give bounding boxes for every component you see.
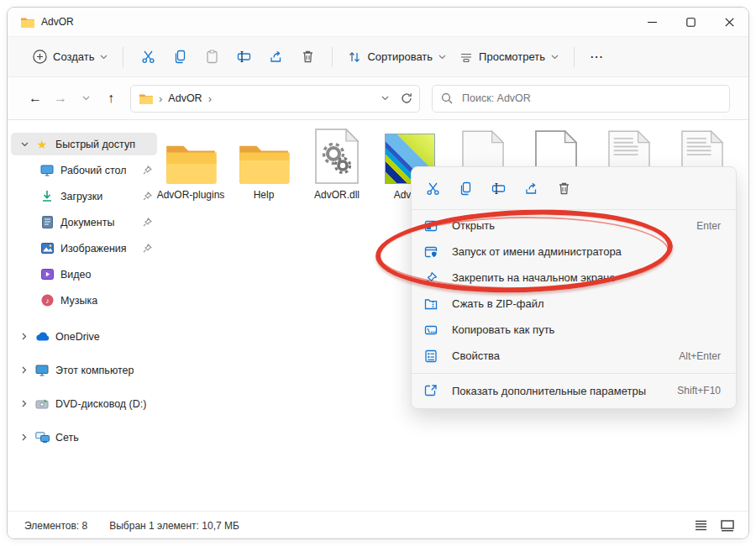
- sidebar-item-label: Музыка: [60, 295, 97, 307]
- sidebar-item-documents[interactable]: Документы: [11, 211, 157, 234]
- menu-item-label: Показать дополнительные параметры: [452, 385, 646, 397]
- copy-button[interactable]: [164, 44, 196, 71]
- large-icons-view-toggle[interactable]: [718, 517, 737, 535]
- paste-icon: [205, 50, 219, 64]
- view-button[interactable]: Просмотреть: [453, 45, 565, 69]
- rename-icon[interactable]: [491, 181, 506, 196]
- copy-icon: [173, 50, 187, 64]
- chevron-down-icon: [551, 55, 559, 60]
- more-options-button[interactable]: ⋯: [583, 49, 612, 65]
- sidebar-item-label: Быстрый доступ: [55, 139, 135, 150]
- rename-icon: [237, 50, 251, 64]
- recent-locations-chevron[interactable]: [73, 86, 98, 111]
- back-button[interactable]: ←: [23, 86, 48, 111]
- breadcrumb[interactable]: › AdvOR ›: [130, 85, 420, 113]
- command-toolbar: Создать: [8, 36, 748, 77]
- rename-button[interactable]: [228, 44, 260, 71]
- copy-as-path-icon: [423, 323, 438, 337]
- toolbar-divider: [332, 47, 333, 67]
- address-dropdown-chevron[interactable]: [381, 96, 389, 101]
- menu-item-shortcut: Shift+F10: [677, 385, 721, 396]
- pictures-icon: [39, 242, 55, 255]
- menu-item-copy-as-path[interactable]: Копировать как путь: [412, 317, 736, 343]
- sidebar-item-videos[interactable]: Видео: [11, 263, 157, 286]
- menu-item-properties[interactable]: Свойства Alt+Enter: [412, 343, 736, 369]
- search-box[interactable]: [432, 85, 730, 113]
- search-input[interactable]: [460, 92, 721, 105]
- toolbar-divider: [123, 47, 123, 67]
- file-item-help[interactable]: Help: [228, 127, 299, 201]
- pin-icon: [143, 165, 152, 175]
- folder-icon: [155, 127, 226, 184]
- breadcrumb-segment[interactable]: AdvOR: [168, 92, 202, 104]
- folder-icon: [139, 93, 153, 104]
- file-name: Help: [228, 189, 299, 201]
- sidebar-item-dvd-drive[interactable]: DVD-дисковод (D:): [11, 392, 157, 415]
- folder-icon: [21, 17, 34, 28]
- share-button[interactable]: [260, 44, 291, 71]
- details-view-toggle[interactable]: [691, 517, 710, 535]
- desktop-icon: [39, 164, 55, 177]
- menu-item-show-more-options[interactable]: Показать дополнительные параметры Shift+…: [412, 376, 736, 405]
- refresh-icon[interactable]: [401, 92, 412, 104]
- window-controls: [633, 8, 748, 36]
- sidebar-item-onedrive[interactable]: OneDrive: [11, 325, 157, 348]
- file-item-advor-plugins[interactable]: AdvOR-plugins: [155, 127, 226, 201]
- copy-icon[interactable]: [458, 181, 473, 196]
- sidebar-item-desktop[interactable]: Рабочий стол: [11, 159, 157, 181]
- sidebar-item-label: Документы: [60, 217, 114, 228]
- chevron-down-icon: [100, 55, 108, 60]
- pin-icon: [143, 218, 152, 227]
- sort-button[interactable]: Сортировать: [341, 45, 453, 69]
- chevron-right-icon[interactable]: [18, 333, 31, 340]
- sidebar-item-label: DVD-дисковод (D:): [55, 398, 146, 410]
- zip-icon: [423, 297, 438, 311]
- sidebar-item-label: Изображения: [60, 243, 127, 255]
- menu-item-compress-to-zip[interactable]: Сжать в ZIP-файл: [412, 291, 736, 317]
- view-button-label: Просмотреть: [479, 50, 545, 63]
- selection-info: Выбран 1 элемент: 10,7 МБ: [109, 520, 239, 532]
- sidebar-item-label: Видео: [60, 269, 92, 281]
- dll-file-icon: [302, 127, 372, 184]
- cut-icon[interactable]: [425, 181, 440, 196]
- sidebar-item-pictures[interactable]: Изображения: [11, 237, 157, 260]
- file-item-advor-dll[interactable]: AdvOR.dll: [302, 127, 372, 201]
- menu-item-label: Свойства: [452, 349, 500, 362]
- breadcrumb-separator: ›: [208, 92, 212, 105]
- up-button[interactable]: ↑: [98, 86, 123, 111]
- chevron-down-icon[interactable]: [18, 142, 31, 147]
- delete-button[interactable]: [291, 44, 323, 71]
- forward-button[interactable]: →: [48, 86, 73, 111]
- sidebar-item-music[interactable]: ♪ Музыка: [11, 289, 157, 312]
- navigation-pane: ★ Быстрый доступ Рабочий стол Загрузки: [8, 120, 160, 511]
- show-more-options-icon: [423, 384, 438, 397]
- sort-icon: [348, 50, 361, 64]
- folder-icon: [228, 127, 299, 184]
- sidebar-item-this-pc[interactable]: Этот компьютер: [11, 359, 157, 381]
- cut-button[interactable]: [132, 44, 164, 71]
- dvd-drive-icon: [34, 397, 50, 411]
- file-name: AdvOR-plugins: [155, 189, 226, 201]
- chevron-right-icon[interactable]: [18, 433, 31, 441]
- status-bar: Элементов: 8 Выбран 1 элемент: 10,7 МБ: [8, 511, 748, 539]
- menu-item-shortcut: Alt+Enter: [679, 350, 721, 362]
- close-button[interactable]: [710, 8, 748, 36]
- new-button[interactable]: Создать: [26, 45, 114, 69]
- this-pc-icon: [34, 364, 50, 377]
- minimize-button[interactable]: [633, 8, 671, 36]
- trash-icon[interactable]: [556, 181, 571, 196]
- sidebar-item-downloads[interactable]: Загрузки: [11, 185, 157, 207]
- sidebar-item-network[interactable]: Сеть: [11, 426, 157, 449]
- chevron-right-icon[interactable]: [18, 366, 31, 374]
- sidebar-spacer: [8, 315, 160, 325]
- star-icon: ★: [34, 138, 50, 151]
- paste-button[interactable]: [196, 44, 228, 71]
- share-icon[interactable]: [523, 181, 538, 196]
- menu-item-shortcut: Enter: [696, 220, 721, 232]
- sidebar-item-label: Загрузки: [60, 191, 102, 202]
- sort-button-label: Сортировать: [367, 50, 433, 63]
- downloads-icon: [39, 190, 55, 203]
- maximize-button[interactable]: [671, 8, 710, 36]
- sidebar-item-quick-access[interactable]: ★ Быстрый доступ: [11, 133, 157, 155]
- chevron-right-icon[interactable]: [18, 400, 31, 407]
